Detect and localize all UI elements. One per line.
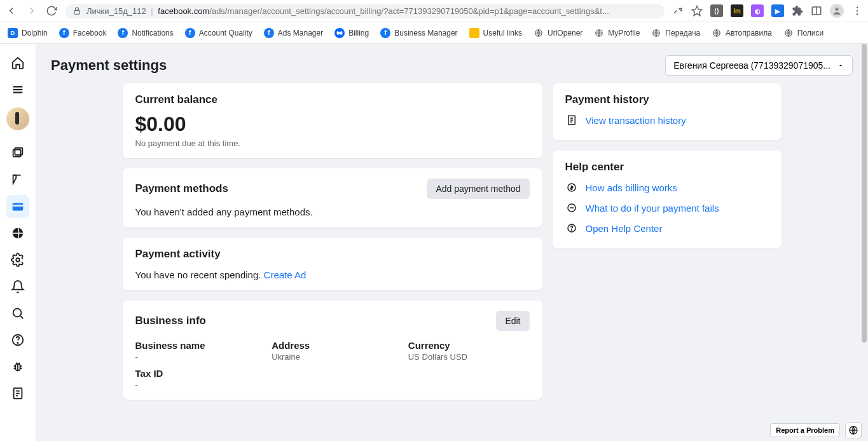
bookmark-ads-manager[interactable]: fAds Manager (264, 28, 323, 38)
activity-title: Payment activity (135, 248, 530, 261)
sidebar-settings[interactable] (6, 248, 29, 271)
sidebar-profile-avatar[interactable] (6, 107, 29, 130)
forward-button[interactable] (25, 4, 38, 17)
sidebar-search[interactable] (6, 302, 29, 325)
svg-point-6 (857, 10, 858, 11)
page-title: Payment settings (51, 57, 167, 74)
biz-tax-value: - (135, 380, 257, 390)
ext-im[interactable]: lm (731, 4, 743, 17)
svg-rect-17 (15, 148, 22, 155)
lock-icon (72, 6, 81, 15)
url-domain: facebook.com (158, 6, 209, 16)
biz-curr-label: Currency (408, 340, 530, 351)
payment-methods-card: Payment methods Add payment method You h… (123, 168, 542, 227)
bookmark-dolphin[interactable]: DDolphin (8, 28, 48, 38)
create-ad-link[interactable]: Create Ad (264, 269, 307, 280)
biz-addr-label: Address (272, 340, 393, 351)
extensions-icon[interactable] (792, 5, 803, 17)
help-title: Help center (565, 161, 769, 173)
add-payment-method-button[interactable]: Add payment method (427, 179, 529, 199)
biz-addr-value: Ukraine (272, 352, 393, 362)
svg-marker-1 (692, 6, 702, 16)
svg-point-40 (571, 230, 572, 231)
view-transaction-history-link[interactable]: View transaction history (565, 110, 769, 130)
reload-button[interactable] (46, 5, 57, 17)
svg-point-4 (835, 8, 838, 11)
bookmark-account-quality[interactable]: fAccount Quality (185, 28, 252, 38)
svg-rect-18 (13, 203, 24, 211)
current-balance-card: Current balance $0.00 No payment due at … (123, 83, 542, 158)
receipt-icon (565, 114, 578, 126)
payment-activity-card: Payment activity You have no recent spen… (123, 238, 542, 290)
methods-title: Payment methods (135, 182, 228, 195)
sidebar-notifications[interactable] (6, 275, 29, 298)
ext-blue[interactable]: ▶ (771, 4, 784, 17)
svg-line-23 (20, 316, 23, 318)
svg-rect-0 (74, 10, 79, 14)
biz-curr-value: US Dollars USD (408, 352, 530, 362)
share-icon[interactable] (672, 5, 684, 17)
bookmark-facebook[interactable]: fFacebook (59, 28, 107, 38)
bookmark-polisi[interactable]: Полиси (783, 28, 823, 38)
sidebar-campaigns[interactable] (6, 142, 29, 165)
star-icon[interactable] (691, 5, 703, 17)
svg-rect-16 (13, 150, 21, 157)
help-fail-link[interactable]: What to do if your payment fails (565, 198, 769, 218)
help-center-link[interactable]: Open Help Center (565, 218, 769, 238)
svg-point-21 (16, 258, 20, 262)
bookmark-peredacha[interactable]: Передача (651, 28, 700, 38)
sidebar-bug[interactable] (6, 355, 29, 378)
left-sidebar (0, 44, 36, 441)
sidebar-home[interactable] (6, 51, 29, 74)
edit-business-button[interactable]: Edit (496, 311, 529, 331)
bookmark-urlopener[interactable]: UrlOpener (534, 28, 582, 38)
bookmark-notifications[interactable]: fNotifications (118, 28, 173, 38)
methods-body: You haven't added any payment methods. (135, 207, 530, 217)
profile-avatar[interactable] (830, 4, 844, 18)
bookmark-useful-links[interactable]: Useful links (469, 28, 522, 38)
ext-purple[interactable]: ◐ (751, 4, 764, 17)
bookmarks-bar: DDolphin fFacebook fNotifications fAccou… (0, 22, 868, 44)
report-problem-button[interactable]: Report a Problem (770, 423, 840, 437)
biz-tax-label: Tax ID (135, 368, 257, 379)
bookmark-billing[interactable]: Billing (334, 28, 369, 38)
balance-sub: No payment due at this time. (135, 139, 530, 148)
ext-devtools[interactable]: ⟨⟩ (710, 4, 723, 17)
biz-name-value: - (135, 352, 257, 362)
chevron-down-icon (837, 62, 844, 69)
svg-point-25 (17, 343, 18, 343)
chrome-menu-icon[interactable] (851, 5, 863, 17)
history-title: Payment history (565, 93, 769, 106)
biz-title: Business info (135, 315, 206, 327)
bookmark-avtopravila[interactable]: Автоправила (712, 28, 772, 38)
biz-name-label: Business name (135, 340, 257, 351)
account-dropdown[interactable]: Евгения Сергеева (77139329071905... (665, 55, 853, 76)
window-icon[interactable] (811, 5, 822, 17)
payment-history-card: Payment history View transaction history (553, 83, 782, 140)
locale-button[interactable] (845, 422, 862, 438)
bookmark-myprofile[interactable]: MyProfile (594, 28, 640, 38)
sidebar-ads[interactable] (6, 168, 29, 191)
activity-body: You have no recent spending. Create Ad (135, 269, 530, 280)
scrollbar[interactable] (862, 44, 867, 343)
bookmark-business-manager[interactable]: fBusiness Manager (380, 28, 457, 38)
sidebar-audiences[interactable] (6, 222, 29, 245)
sidebar-menu[interactable] (6, 78, 29, 101)
minus-circle-icon (565, 201, 578, 214)
svg-point-7 (857, 13, 858, 15)
sidebar-reports[interactable] (6, 382, 29, 405)
url-path: /ads/manager/account_settings/account_bi… (209, 6, 609, 16)
svg-point-22 (13, 309, 22, 317)
address-bar[interactable]: Лички_15д_112 | facebook.com/ads/manager… (65, 4, 665, 18)
sidebar-billing[interactable] (6, 195, 29, 218)
help-billing-link[interactable]: How ads billing works (565, 177, 769, 198)
help-center-card: Help center How ads billing works What t… (553, 151, 782, 248)
sidebar-help[interactable] (6, 329, 29, 351)
back-button[interactable] (5, 4, 18, 17)
business-info-card: Business info Edit Business name - Tax I… (123, 301, 542, 400)
gear-dollar-icon (565, 181, 578, 194)
balance-amount: $0.00 (135, 112, 530, 136)
question-circle-icon (565, 222, 578, 234)
balance-title: Current balance (135, 93, 530, 106)
svg-rect-19 (13, 205, 24, 207)
